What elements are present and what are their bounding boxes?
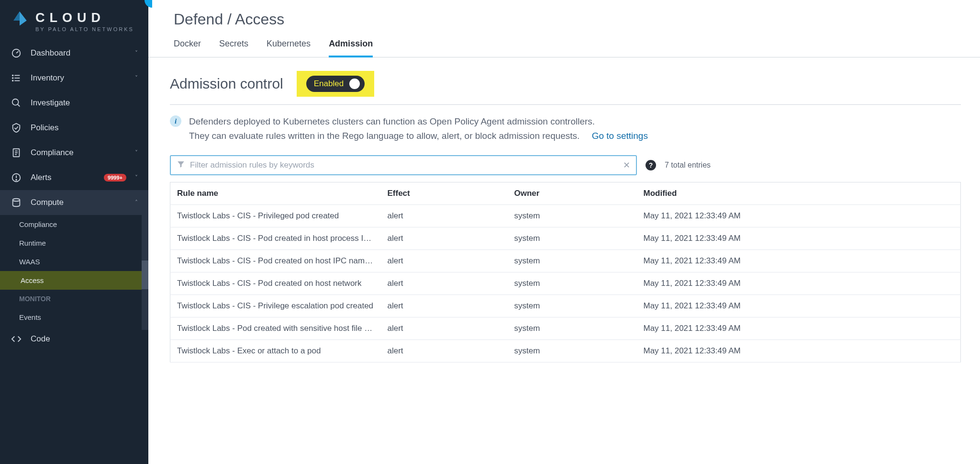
toggle-label: Enabled (314, 79, 344, 89)
cell-rule: Twistlock Labs - CIS - Privilege escalat… (170, 294, 381, 317)
table-row[interactable]: Twistlock Labs - CIS - Privilege escalat… (170, 294, 961, 317)
sidebar-item-compute[interactable]: Compute ˄ (0, 190, 148, 215)
info-line1: Defenders deployed to Kubernetes cluster… (189, 116, 595, 126)
section-title: Admission control (170, 76, 283, 92)
cell-effect: alert (381, 272, 508, 294)
filter-row: ✕ ? 7 total entries (170, 148, 961, 182)
doc-icon (11, 147, 22, 158)
tab-docker[interactable]: Docker (174, 39, 201, 57)
subnav-item-events[interactable]: Events (0, 308, 148, 327)
tab-admission[interactable]: Admission (329, 39, 373, 57)
table-row[interactable]: Twistlock Labs - CIS - Privileged pod cr… (170, 204, 961, 227)
subnav-item-runtime[interactable]: Runtime (0, 234, 148, 252)
alerts-badge: 9999+ (104, 174, 126, 181)
svg-point-6 (12, 80, 13, 81)
sidebar-item-policies[interactable]: Policies (0, 115, 148, 140)
breadcrumb: Defend / Access (148, 0, 980, 32)
tab-secrets[interactable]: Secrets (219, 39, 248, 57)
svg-point-15 (16, 180, 17, 181)
subnav-item-monitor: MONITOR (0, 290, 148, 308)
logo-icon (10, 11, 30, 32)
sidebar-item-alerts[interactable]: Alerts 9999+˅ (0, 165, 148, 190)
logo-text-sub: BY PALO ALTO NETWORKS (35, 26, 134, 32)
filter-box[interactable]: ✕ (170, 155, 637, 175)
table-row[interactable]: Twistlock Labs - CIS - Pod created in ho… (170, 227, 961, 249)
search-icon (11, 97, 22, 109)
clear-icon[interactable]: ✕ (623, 160, 630, 170)
sidebar-item-label: Policies (31, 123, 138, 133)
sidebar: CLOUD BY PALO ALTO NETWORKS Dashboard ˅ … (0, 0, 148, 464)
subnav-item-access[interactable]: Access (0, 271, 148, 290)
cell-rule: Twistlock Labs - Pod created with sensit… (170, 317, 381, 340)
table-row[interactable]: Twistlock Labs - CIS - Pod created on ho… (170, 272, 961, 294)
logo: CLOUD BY PALO ALTO NETWORKS (0, 0, 148, 41)
sidebar-item-label: Alerts (31, 173, 95, 182)
col-effect[interactable]: Effect (381, 182, 508, 204)
cell-effect: alert (381, 227, 508, 249)
sidebar-item-label: Inventory (31, 73, 126, 83)
help-icon[interactable]: ? (646, 160, 656, 170)
svg-point-16 (13, 199, 20, 202)
cell-rule: Twistlock Labs - CIS - Pod created in ho… (170, 227, 381, 249)
code-icon (11, 333, 22, 345)
svg-line-8 (18, 104, 20, 107)
list-icon (11, 72, 22, 84)
cell-modified: May 11, 2021 12:33:49 AM (637, 272, 961, 294)
toggle-knob (349, 79, 360, 89)
info-icon: i (170, 115, 181, 127)
col-owner[interactable]: Owner (508, 182, 637, 204)
tabs: DockerSecretsKubernetesAdmission (148, 32, 980, 57)
cell-modified: May 11, 2021 12:33:49 AM (637, 294, 961, 317)
cell-owner: system (508, 204, 637, 227)
col-rule-name[interactable]: Rule name (170, 182, 381, 204)
cell-owner: system (508, 272, 637, 294)
subnav-scroll-area: ComplianceRuntimeWAASAccessMONITOREvents (0, 215, 148, 327)
sidebar-item-compliance[interactable]: Compliance ˅ (0, 140, 148, 165)
table-row[interactable]: Twistlock Labs - CIS - Pod created on ho… (170, 249, 961, 272)
cell-effect: alert (381, 340, 508, 362)
cell-owner: system (508, 340, 637, 362)
table-row[interactable]: Twistlock Labs - Pod created with sensit… (170, 317, 961, 340)
cell-owner: system (508, 227, 637, 249)
cell-modified: May 11, 2021 12:33:49 AM (637, 227, 961, 249)
tab-kubernetes[interactable]: Kubernetes (267, 39, 311, 57)
settings-link[interactable]: Go to settings (592, 131, 648, 141)
sidebar-item-label: Compliance (31, 148, 126, 158)
cell-effect: alert (381, 317, 508, 340)
subnav-scrollbar-thumb[interactable] (142, 260, 148, 289)
section-header: Admission control Enabled (170, 71, 961, 105)
total-entries: 7 total entries (665, 161, 711, 170)
sidebar-item-investigate[interactable]: Investigate (0, 91, 148, 115)
subnav-item-compliance[interactable]: Compliance (0, 215, 148, 234)
chevron-down-icon: ˅ (135, 50, 138, 57)
svg-point-4 (12, 75, 13, 76)
cell-owner: system (508, 317, 637, 340)
info-banner: i Defenders deployed to Kubernetes clust… (170, 105, 961, 148)
subnav-scrollbar-track[interactable] (142, 215, 148, 330)
filter-icon (177, 160, 185, 170)
subnav-item-waas[interactable]: WAAS (0, 252, 148, 271)
cell-owner: system (508, 294, 637, 317)
cell-rule: Twistlock Labs - CIS - Privileged pod cr… (170, 204, 381, 227)
svg-point-5 (12, 78, 13, 79)
cell-rule: Twistlock Labs - CIS - Pod created on ho… (170, 272, 381, 294)
nav: Dashboard ˅ Inventory ˅ Investigate Poli… (0, 41, 148, 464)
cell-modified: May 11, 2021 12:33:49 AM (637, 317, 961, 340)
chevron-down-icon: ˅ (135, 149, 138, 156)
filter-input[interactable] (190, 160, 618, 170)
table-row[interactable]: Twistlock Labs - Exec or attach to a pod… (170, 340, 961, 362)
sidebar-item-label: Compute (31, 198, 126, 207)
cell-effect: alert (381, 204, 508, 227)
cell-rule: Twistlock Labs - CIS - Pod created on ho… (170, 249, 381, 272)
chevron-up-icon: ˄ (135, 199, 138, 206)
col-modified[interactable]: Modified (637, 182, 961, 204)
cell-modified: May 11, 2021 12:33:49 AM (637, 249, 961, 272)
sidebar-item-inventory[interactable]: Inventory ˅ (0, 66, 148, 91)
cell-owner: system (508, 249, 637, 272)
sidebar-item-dashboard[interactable]: Dashboard ˅ (0, 41, 148, 66)
chevron-down-icon: ˅ (135, 174, 138, 181)
sidebar-item-code[interactable]: Code (0, 327, 148, 351)
main-content: Defend / Access DockerSecretsKubernetesA… (148, 0, 980, 464)
enabled-toggle[interactable]: Enabled (306, 76, 365, 92)
cell-effect: alert (381, 249, 508, 272)
